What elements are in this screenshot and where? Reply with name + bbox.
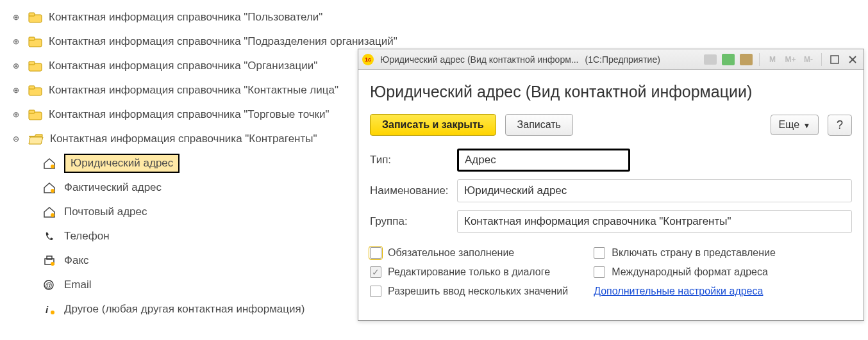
type-field[interactable]: Адрес bbox=[457, 149, 630, 172]
svg-rect-1 bbox=[29, 13, 35, 16]
type-label: Тип: bbox=[370, 154, 457, 166]
folder-icon bbox=[28, 85, 42, 96]
tree-item-label: Юридический адрес bbox=[64, 154, 179, 173]
check-label: Международный формат адреса bbox=[612, 266, 768, 278]
check-label: Обязательное заполнение bbox=[388, 247, 514, 259]
check-dialog-only[interactable]: Редактирование только в диалоге bbox=[370, 266, 568, 278]
folder-open-icon bbox=[28, 133, 44, 145]
fax-icon bbox=[42, 255, 56, 266]
tree-group-label: Контактная информация справочника "Польз… bbox=[49, 11, 322, 24]
tree-group-label: Контактная информация справочника "Орган… bbox=[49, 60, 317, 72]
house-icon bbox=[42, 206, 56, 218]
check-col-left: Обязательное заполнение Редактирование т… bbox=[370, 247, 568, 297]
checkbox-icon[interactable] bbox=[594, 247, 605, 259]
group-field[interactable]: Контактная информация справочника "Контр… bbox=[457, 210, 852, 233]
checkboxes-area: Обязательное заполнение Редактирование т… bbox=[370, 247, 852, 297]
divider bbox=[821, 53, 822, 66]
email-icon: @ bbox=[42, 279, 56, 291]
check-intl-format[interactable]: Международный формат адреса bbox=[594, 266, 776, 278]
folder-icon bbox=[28, 36, 42, 47]
checkbox-icon[interactable] bbox=[370, 286, 381, 297]
tree-group[interactable]: ⊕ Контактная информация справочника "Пол… bbox=[5, 5, 868, 29]
window-title-suffix: (1С:Предприятие) bbox=[585, 54, 660, 65]
folder-icon bbox=[28, 60, 42, 72]
svg-point-10 bbox=[51, 165, 54, 168]
svg-rect-3 bbox=[29, 37, 35, 40]
tree-group-label: Контактная информация справочника "Подра… bbox=[49, 35, 397, 48]
checkbox-icon[interactable] bbox=[594, 266, 605, 278]
close-icon[interactable] bbox=[846, 53, 860, 67]
svg-point-11 bbox=[51, 189, 54, 193]
calendar-brown-icon[interactable] bbox=[739, 53, 753, 67]
chevron-down-icon: ▼ bbox=[803, 122, 810, 129]
collapse-icon[interactable]: ⊖ bbox=[10, 133, 22, 145]
svg-point-19 bbox=[51, 311, 54, 314]
tree-item-label: Email bbox=[64, 279, 92, 291]
window-title: Юридический адрес (Вид контактной информ… bbox=[380, 54, 578, 65]
expand-icon[interactable]: ⊕ bbox=[10, 12, 22, 23]
expand-icon[interactable]: ⊕ bbox=[10, 85, 22, 96]
extra-settings-link[interactable]: Дополнительные настройки адреса bbox=[594, 286, 776, 297]
group-label: Группа: bbox=[370, 215, 457, 228]
svg-rect-9 bbox=[29, 110, 35, 113]
form-row-type: Тип: Адрес bbox=[370, 149, 852, 172]
svg-rect-20 bbox=[831, 56, 839, 63]
tree-item-label: Почтовый адрес bbox=[64, 206, 147, 218]
name-label: Наименование: bbox=[370, 184, 457, 197]
window-body: Юридический адрес (Вид контактной информ… bbox=[358, 70, 864, 306]
write-and-close-button[interactable]: Записать и закрыть bbox=[370, 114, 496, 136]
folder-icon bbox=[28, 109, 42, 120]
checkbox-icon[interactable] bbox=[370, 266, 381, 278]
tree-item-label: Фактический адрес bbox=[64, 181, 162, 194]
expand-icon[interactable]: ⊕ bbox=[10, 109, 22, 120]
house-icon bbox=[42, 158, 56, 169]
svg-rect-7 bbox=[29, 86, 35, 89]
form-row-name: Наименование: Юридический адрес bbox=[370, 179, 852, 202]
memory-m-button[interactable]: M bbox=[765, 53, 780, 67]
folder-icon bbox=[28, 12, 42, 23]
divider bbox=[759, 53, 760, 66]
tree-group-label: Контактная информация справочника "Контр… bbox=[50, 133, 317, 145]
check-include-country[interactable]: Включать страну в представление bbox=[594, 247, 776, 259]
more-button-label: Еще bbox=[779, 119, 800, 130]
help-button[interactable]: ? bbox=[828, 115, 852, 136]
expand-icon[interactable]: ⊕ bbox=[10, 36, 22, 47]
calendar-green-icon[interactable] bbox=[721, 53, 735, 67]
check-label: Включать страну в представление bbox=[612, 247, 776, 259]
check-col-right: Включать страну в представление Междунар… bbox=[594, 247, 776, 297]
check-label: Редактирование только в диалоге bbox=[388, 266, 550, 278]
page-title: Юридический адрес (Вид контактной информ… bbox=[370, 83, 852, 101]
svg-point-15 bbox=[51, 262, 54, 266]
svg-point-12 bbox=[51, 213, 54, 217]
svg-text:i: i bbox=[46, 304, 49, 315]
svg-text:@: @ bbox=[45, 281, 52, 289]
check-label: Разрешить ввод нескольких значений bbox=[388, 286, 568, 297]
maximize-icon[interactable] bbox=[828, 53, 842, 67]
tree-group-label: Контактная информация справочника "Торго… bbox=[49, 108, 330, 121]
form: Тип: Адрес Наименование: Юридический адр… bbox=[370, 149, 852, 297]
more-button[interactable]: Еще▼ bbox=[771, 115, 819, 135]
form-row-group: Группа: Контактная информация справочник… bbox=[370, 210, 852, 233]
memory-mminus-button[interactable]: M- bbox=[801, 53, 815, 67]
tree-item-label: Телефон bbox=[64, 230, 110, 243]
write-button[interactable]: Записать bbox=[505, 114, 573, 136]
name-field[interactable]: Юридический адрес bbox=[457, 179, 852, 202]
memory-mplus-button[interactable]: M+ bbox=[783, 53, 797, 67]
info-icon: i bbox=[42, 304, 56, 315]
dialog-window: Юридический адрес (Вид контактной информ… bbox=[358, 49, 864, 321]
expand-icon[interactable]: ⊕ bbox=[10, 60, 22, 72]
house-icon bbox=[42, 182, 56, 193]
app-1c-icon bbox=[362, 54, 374, 65]
titlebar[interactable]: Юридический адрес (Вид контактной информ… bbox=[358, 49, 864, 70]
phone-icon bbox=[42, 231, 56, 242]
tree-item-label: Другое (любая другая контактная информац… bbox=[64, 303, 305, 316]
toolbar: Записать и закрыть Записать Еще▼ ? bbox=[370, 114, 852, 136]
tree-group-label: Контактная информация справочника "Конта… bbox=[49, 84, 338, 97]
svg-rect-5 bbox=[29, 61, 35, 65]
print-icon[interactable] bbox=[703, 53, 717, 67]
check-required[interactable]: Обязательное заполнение bbox=[370, 247, 568, 259]
tree-item-label: Факс bbox=[64, 254, 89, 267]
checkbox-icon[interactable] bbox=[370, 247, 381, 259]
check-multi-values[interactable]: Разрешить ввод нескольких значений bbox=[370, 286, 568, 297]
